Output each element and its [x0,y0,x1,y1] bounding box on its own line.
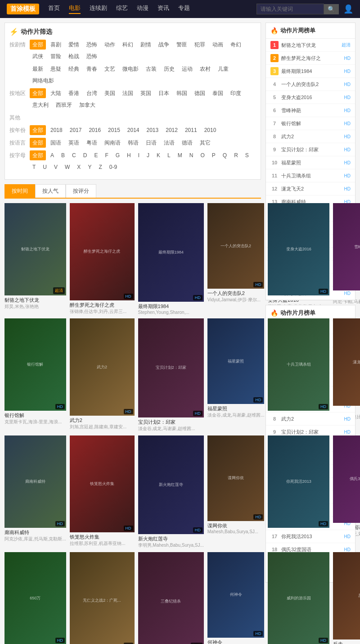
filter-tag-J[interactable]: J [144,150,152,160]
rank-item-10[interactable]: 10福星蒙照HD [266,156,355,169]
search-input[interactable] [256,4,324,14]
filter-tag-V[interactable]: V [51,162,60,172]
filter-tag-网络电影[interactable]: 网络电影 [30,76,57,86]
filter-tag-2015[interactable]: 2015 [105,125,123,135]
filter-tag-M[interactable]: M [175,150,185,160]
filter-tag-农村[interactable]: 农村 [197,64,213,74]
rank-item-7[interactable]: 7银行馆解HD [266,117,355,130]
filter-tag-闽南语[interactable]: 闽南语 [102,138,123,148]
movie-card-8[interactable]: 宝贝计划2：邱家HD宝贝计划2：邱家淡金谷,成龙,马谢豪,赵维茜... [138,318,204,431]
filter-tag-F[interactable]: F [102,150,111,160]
filter-tag-香港[interactable]: 香港 [66,88,82,98]
user-icon[interactable]: 👤 [343,4,353,14]
filter-tag-日语[interactable]: 日语 [143,138,159,148]
filter-tag-I[interactable]: I [135,150,142,160]
filter-tag-2014[interactable]: 2014 [125,125,142,135]
filter-tag-Y[interactable]: Y [85,162,94,172]
filter-tag-Q[interactable]: Q [220,150,230,160]
filter-tag-K[interactable]: K [154,150,163,160]
filter-tag-0-9[interactable]: 0-9 [107,162,120,172]
filter-tag-警匪[interactable]: 警匪 [174,40,190,50]
rank-item-8[interactable]: 8武力2HD [266,413,355,426]
nav-item-专题[interactable]: 专题 [178,4,190,14]
filter-tag-2010[interactable]: 2010 [202,125,219,135]
filter-tag-科幻[interactable]: 科幻 [120,40,136,50]
filter-tag-微电影[interactable]: 微电影 [120,64,141,74]
rank-item-17[interactable]: 17你死我活2013HD [266,530,355,543]
filter-tag-剧情[interactable]: 剧情 [138,40,154,50]
filter-tag-韩语[interactable]: 韩语 [125,138,141,148]
filter-tag-C[interactable]: C [69,150,79,160]
nav-item-动漫[interactable]: 动漫 [137,4,148,14]
rank-item-2[interactable]: 2醉生梦死之海仔之HD [266,52,355,65]
filter-tag-P[interactable]: P [209,150,218,160]
filter-tag-粤语[interactable]: 粤语 [84,138,100,148]
movie-card-7[interactable]: 武力2HD武力2刘旭,宫廷超,陈建南,章建安... [70,318,135,431]
movie-card-23[interactable]: 反击HD反击赵文卓,拼死,刘亮,拼死,刘亮... [333,552,360,644]
filter-tag-英语[interactable]: 英语 [66,138,82,148]
filter-tag-恐怖[interactable]: 恐怖 [84,40,100,50]
filter-tag-X[interactable]: X [74,162,83,172]
filter-tag-经典[interactable]: 经典 [66,64,82,74]
filter-tag-L[interactable]: L [165,150,173,160]
filter-tag-动画[interactable]: 动画 [210,40,226,50]
filter-tag-2012[interactable]: 2012 [163,125,180,135]
filter-tag-全部[interactable]: 全部 [30,138,46,148]
filter-tag-西班牙[interactable]: 西班牙 [53,100,75,110]
movie-card-12[interactable]: 廊南科威特HD廊南科威特阿克沙依,库蓝,托马斯,克勒斯... [4,435,66,549]
filter-tag-全部[interactable]: 全部 [30,88,46,98]
logo[interactable]: 首涂模板 [7,4,39,14]
filter-tag-国语[interactable]: 国语 [48,138,64,148]
filter-tag-韩国[interactable]: 韩国 [174,88,190,98]
filter-tag-最新[interactable]: 最新 [30,64,46,74]
movie-card-19[interactable]: 无仁义之战2：广死...HD无仁义之战2：广死...南宫父子,刘大卫,卢干一一乾… [70,552,135,644]
filter-tag-爱情[interactable]: 爱情 [66,40,82,50]
filter-tag-2017[interactable]: 2017 [67,125,85,135]
filter-tag-日本[interactable]: 日本 [156,88,172,98]
filter-tag-意大利[interactable]: 意大利 [30,100,51,110]
nav-item-资讯[interactable]: 资讯 [158,4,169,14]
movie-card-15[interactable]: 谍网你依HD谍网你依Mahesh,Babu,Surya,SJ... [207,435,265,549]
filter-tag-E[interactable]: E [91,150,100,160]
filter-tag-2013[interactable]: 2013 [144,125,162,135]
filter-tag-加拿大[interactable]: 加拿大 [76,100,98,110]
search-button[interactable]: 🔍 [324,4,339,14]
filter-tag-2011[interactable]: 2011 [182,125,200,135]
movie-card-1[interactable]: 醉生梦死之海仔之虎HD醉生梦死之海仔之虎张锦俸,任达华,刘丹,云昇三... [70,203,135,315]
rank-item-12[interactable]: 12潇龙飞天2HD [266,182,355,195]
filter-tag-S[interactable]: S [243,150,252,160]
filter-tag-R[interactable]: R [231,150,241,160]
filter-tag-历史[interactable]: 历史 [161,64,177,74]
filter-tag-枪战[interactable]: 枪战 [66,51,82,61]
filter-tag-奇幻[interactable]: 奇幻 [228,40,244,50]
rank-item-8[interactable]: 8武力2HD [266,130,355,143]
filter-tag-O[interactable]: O [198,150,207,160]
filter-tag-全部[interactable]: 全部 [30,150,46,160]
movie-card-6[interactable]: 银行馆解HD银行馆解克里斯卡瓦,海浪-里里,海浪... [4,318,66,431]
filter-tag-德语[interactable]: 德语 [179,138,195,148]
filter-tag-U[interactable]: U [40,162,50,172]
filter-tag-大陆[interactable]: 大陆 [48,88,64,98]
filter-tag-青春[interactable]: 青春 [84,64,100,74]
filter-tag-全部[interactable]: 全部 [30,40,46,50]
filter-tag-G[interactable]: G [113,150,122,160]
filter-tag-儿童[interactable]: 儿童 [215,64,231,74]
filter-tag-N[interactable]: N [187,150,196,160]
rank-item-11[interactable]: 11十兵卫璃杀组HD [266,169,355,182]
filter-tag-A[interactable]: A [48,150,57,160]
movie-card-22[interactable]: 威利的游乐园HD威利的游乐园尼古拉斯-基奇,艾米利-斯耐... [268,552,329,644]
filter-tag-德国[interactable]: 德国 [192,88,208,98]
filter-tag-冒险[interactable]: 冒险 [48,51,64,61]
nav-item-综艺[interactable]: 综艺 [116,4,128,14]
nav-item-电影[interactable]: 电影 [69,4,81,14]
movie-card-18[interactable]: 650万HD650万皮茨,亚历斯,拼死,刘亮... [4,552,66,644]
filter-tag-全部[interactable]: 全部 [30,125,46,135]
movie-card-0[interactable]: 豺骆之地下伏龙超清豺骆之地下伏龙郑昊,米热,张艳艳 [4,203,66,315]
movie-card-13[interactable]: 铁笼怒火炸集HD铁笼怒火炸集拉维那,苏利亚,机器蒂亚纳... [70,435,135,549]
filter-tag-T[interactable]: T [30,162,38,172]
filter-tag-Z[interactable]: Z [96,162,104,172]
filter-tag-H[interactable]: H [124,150,134,160]
movie-card-20[interactable]: 三叠纪猎杀超清三叠纪猎杀南宫,美文,汤明,Tammy,Klein,... [138,552,204,644]
nav-item-首页[interactable]: 首页 [48,4,60,14]
sort-tab-按人气[interactable]: 按人气 [35,184,66,198]
